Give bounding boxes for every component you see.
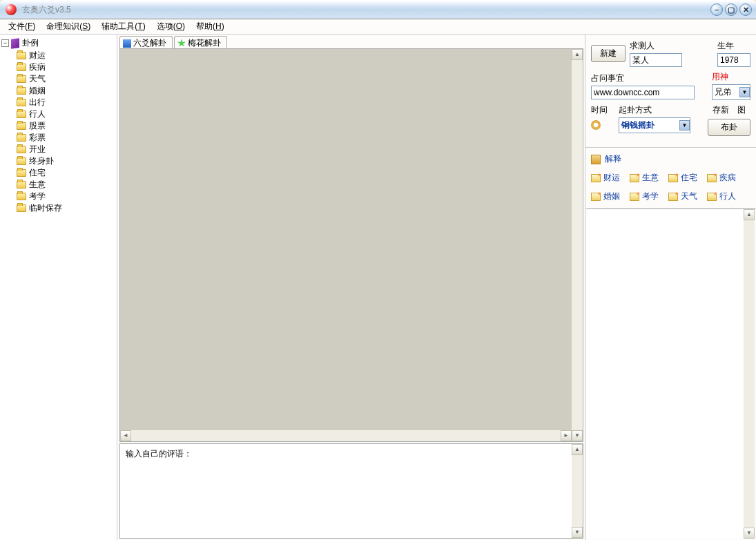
person-input[interactable]: [630, 53, 682, 67]
menu-options[interactable]: 选项(O): [151, 19, 191, 34]
category-link[interactable]: 考学: [630, 191, 659, 202]
tree-item[interactable]: 终身卦: [17, 155, 115, 166]
explain-link[interactable]: 解释: [591, 153, 750, 165]
hexagram-icon: [123, 39, 131, 48]
tree-item[interactable]: 临时保存: [17, 202, 115, 213]
tree-pane: − 卦例 财运疾病天气婚姻出行行人股票彩票开业终身卦住宅生意考学临时保存: [0, 35, 117, 540]
new-button[interactable]: 新建: [591, 45, 626, 62]
folder-icon: [17, 52, 26, 59]
right-pane: 新建 求测人 生年 占问事宜 用神 兄弟: [585, 35, 756, 540]
tree-root[interactable]: − 卦例: [1, 37, 115, 49]
menu-mingli[interactable]: 命理知识(S): [41, 19, 96, 34]
result-pane: ▲ ▼: [587, 209, 755, 539]
tree-item-label: 终身卦: [29, 155, 54, 167]
folder-icon: [17, 122, 26, 130]
clock-icon[interactable]: [591, 120, 601, 130]
scroll-down-icon[interactable]: ▼: [572, 527, 583, 538]
app-icon: [6, 4, 17, 15]
tree-item[interactable]: 彩票: [17, 132, 115, 143]
tree-item[interactable]: 住宅: [17, 167, 115, 178]
folder-icon: [17, 134, 26, 142]
scrollbar-horizontal[interactable]: ◄ ►: [120, 430, 572, 441]
link-label: 财运: [603, 172, 620, 184]
yongshen-select[interactable]: 兄弟 ▼: [712, 84, 750, 100]
bugua-button[interactable]: 布卦: [708, 119, 750, 136]
tree-item[interactable]: 行人: [17, 108, 115, 119]
category-link[interactable]: 生意: [630, 172, 659, 184]
tree-collapse-icon[interactable]: −: [1, 39, 9, 47]
menubar: 文件(F) 命理知识(S) 辅助工具(T) 选项(O) 帮助(H): [0, 19, 756, 35]
center-pane: 六爻解卦 梅花解卦 ▲ ▼ ◄ ► 输入自己的评语： ▲ ▼: [117, 35, 585, 540]
folder-icon: [17, 204, 26, 212]
link-label: 考学: [642, 191, 659, 202]
window-title: 玄奥六爻v3.5: [22, 4, 708, 16]
year-label: 生年: [717, 40, 750, 52]
tree-item[interactable]: 股票: [17, 120, 115, 131]
category-link[interactable]: 行人: [707, 191, 736, 202]
link-label: 天气: [681, 191, 697, 202]
method-label: 起卦方式: [619, 104, 704, 116]
tree-item-label: 婚姻: [29, 85, 46, 97]
tu-label[interactable]: 图: [737, 104, 746, 116]
comment-scrollbar[interactable]: ▲ ▼: [572, 444, 583, 538]
tree-item[interactable]: 生意: [17, 179, 115, 190]
maximize-button[interactable]: ▢: [725, 3, 737, 16]
folder-icon: [17, 146, 26, 153]
link-label: 行人: [719, 191, 736, 202]
dropdown-icon: ▼: [739, 87, 750, 97]
tree-item[interactable]: 婚姻: [17, 85, 115, 96]
scrollbar-vertical[interactable]: ▲ ▼: [572, 49, 583, 441]
comment-label: 输入自己的评语：: [126, 449, 192, 459]
year-input[interactable]: [717, 53, 750, 67]
scroll-up-icon[interactable]: ▲: [572, 49, 583, 60]
folder-star-icon: [707, 174, 717, 182]
category-link[interactable]: 婚姻: [591, 191, 620, 202]
minimize-button[interactable]: –: [710, 3, 723, 16]
scroll-up-icon[interactable]: ▲: [744, 209, 755, 220]
tree-item-label: 临时保存: [29, 202, 62, 214]
scroll-down-icon[interactable]: ▼: [572, 430, 583, 441]
result-scrollbar[interactable]: ▲ ▼: [744, 209, 755, 539]
category-link[interactable]: 住宅: [668, 172, 697, 184]
folder-star-icon: [591, 193, 601, 201]
link-label: 生意: [642, 172, 659, 184]
tree-item-label: 股票: [29, 120, 46, 132]
tree-item-label: 天气: [29, 73, 46, 85]
link-label: 住宅: [681, 172, 697, 184]
tree-item[interactable]: 天气: [17, 73, 115, 84]
tree-root-label: 卦例: [22, 37, 39, 49]
tree-item[interactable]: 财运: [17, 50, 115, 61]
comment-pane[interactable]: 输入自己的评语： ▲ ▼: [119, 443, 583, 539]
menu-tools[interactable]: 辅助工具(T): [96, 19, 151, 34]
close-button[interactable]: ✕: [739, 3, 752, 16]
yongshen-label: 用神: [712, 71, 750, 83]
tree-item[interactable]: 考学: [17, 191, 115, 202]
matter-input[interactable]: [591, 86, 695, 99]
folder-star-icon: [668, 193, 678, 201]
list-icon: [591, 155, 601, 164]
tree-item-label: 开业: [29, 144, 46, 155]
menu-help[interactable]: 帮助(H): [191, 19, 230, 34]
tree-item[interactable]: 开业: [17, 144, 115, 155]
tab-meihua[interactable]: 梅花解卦: [174, 36, 227, 48]
cunxin-label[interactable]: 存新: [713, 104, 729, 116]
tree-item-label: 彩票: [29, 132, 46, 144]
category-link[interactable]: 疾病: [707, 172, 736, 184]
scroll-right-icon[interactable]: ►: [561, 430, 572, 441]
folder-icon: [17, 87, 26, 95]
tab-liuyao[interactable]: 六爻解卦: [119, 36, 173, 48]
folder-icon: [17, 75, 26, 83]
scroll-up-icon[interactable]: ▲: [572, 444, 583, 455]
main-area: − 卦例 财运疾病天气婚姻出行行人股票彩票开业终身卦住宅生意考学临时保存 六爻解…: [0, 35, 756, 540]
tree-item[interactable]: 出行: [17, 97, 115, 108]
menu-file[interactable]: 文件(F): [3, 19, 41, 34]
folder-icon: [17, 157, 26, 165]
tree-item[interactable]: 疾病: [17, 61, 115, 73]
plum-icon: [177, 39, 186, 48]
scroll-down-icon[interactable]: ▼: [744, 528, 755, 539]
category-link[interactable]: 天气: [668, 191, 697, 202]
folder-icon: [17, 181, 26, 189]
method-select[interactable]: 铜钱摇卦 ▼: [619, 117, 690, 133]
category-link[interactable]: 财运: [591, 172, 620, 184]
scroll-left-icon[interactable]: ◄: [120, 430, 131, 441]
